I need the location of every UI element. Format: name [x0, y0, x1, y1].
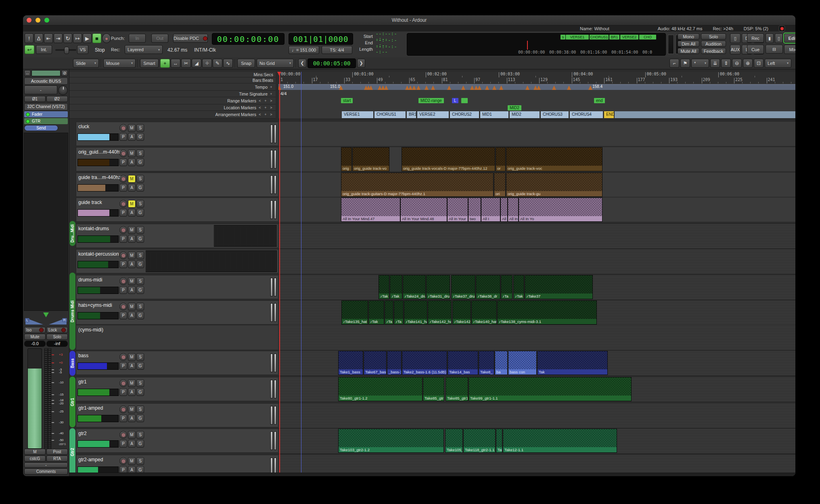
tempo-marker-icon[interactable]	[412, 85, 416, 90]
record-enable-button[interactable]	[119, 303, 127, 310]
monitor-mono-button[interactable]: Mono	[678, 33, 699, 40]
tempo-marker-icon[interactable]	[447, 85, 451, 90]
ruler-ctl-add-icon[interactable]: +	[269, 92, 273, 96]
track-name-label[interactable]: cluck	[78, 124, 89, 129]
group-button[interactable]: G	[136, 388, 144, 396]
track-gain-strip[interactable]	[77, 133, 119, 141]
track-name-label[interactable]: orig_guid…m-440hz	[78, 149, 122, 155]
region[interactable]: ♪Tak	[379, 275, 389, 299]
track-name-label[interactable]: (cyms-midi)	[78, 327, 103, 333]
edit-mode-dropdown[interactable]: Slide▾	[73, 59, 99, 68]
mini-marker[interactable]: CHO	[639, 35, 656, 40]
mute-track-button[interactable]: M	[128, 457, 136, 465]
ruler-label-range-markers[interactable]: Range Markers<+>	[69, 97, 276, 104]
nav-rec-button[interactable]: Rec	[747, 33, 764, 43]
main-clock[interactable]: 00:00:00:00	[212, 33, 284, 45]
region[interactable]: or	[496, 147, 506, 171]
track-header[interactable]: hats+cyms-midiMSPAG	[76, 300, 278, 325]
playlist-button[interactable]: P	[119, 388, 127, 396]
track-lane[interactable]: ♪Take135_hat♪Tak♪Ta♪Ta♪Take141_hat♪Take1…	[278, 300, 795, 325]
region[interactable]: ♪Take38_dr	[476, 275, 500, 299]
cut-tool-button[interactable]: ✂	[181, 59, 191, 68]
track-header[interactable]: gtr1-ampedMSPAG	[76, 403, 278, 427]
processor-led-icon[interactable]	[26, 119, 30, 123]
solo-track-button[interactable]: S	[136, 353, 144, 361]
region[interactable]: Take67_bass-1.1	[364, 351, 387, 375]
mute-track-button[interactable]: M	[128, 277, 136, 285]
region[interactable]: Take118_gtr2-1.1	[463, 429, 496, 453]
record-enable-button[interactable]	[119, 175, 127, 183]
gain-readout[interactable]: -0.0	[24, 341, 46, 347]
region[interactable]: ♪Take142_h	[452, 300, 471, 325]
ruler-ctl-add-icon[interactable]: +	[264, 112, 268, 117]
mute-track-button[interactable]: M	[128, 175, 136, 183]
region[interactable]: Take103_gtr2-1.2	[338, 429, 444, 453]
tempo-marker-icon[interactable]	[461, 85, 465, 90]
region[interactable]: ♪Ta	[394, 300, 404, 325]
solo-track-button[interactable]: S	[136, 200, 144, 208]
record-enable-button[interactable]	[119, 200, 127, 208]
zoom-fit-button[interactable]: ⊡	[754, 59, 764, 68]
disable-pdc-button[interactable]: Disable PDC	[173, 34, 208, 43]
track-gain-strip[interactable]	[77, 209, 119, 217]
region[interactable]: Tak	[537, 351, 608, 375]
region[interactable]: Take99_gtr1-1.1	[469, 377, 632, 401]
expand-tracks-button[interactable]: ⇕	[721, 59, 731, 68]
stop-button[interactable]: ■	[92, 33, 101, 43]
group-button[interactable]: G	[136, 209, 144, 217]
automation-button[interactable]: A	[128, 414, 136, 422]
phase1-button[interactable]: Ø1	[24, 96, 46, 102]
move-tool-button[interactable]: ✚	[202, 59, 212, 68]
playlist-button[interactable]: P	[119, 158, 127, 166]
range-marker-end[interactable]: end	[594, 98, 605, 103]
track-gain-strip[interactable]	[77, 159, 119, 166]
region[interactable]: ♪Tak	[390, 275, 402, 299]
snap-button[interactable]: Snap	[237, 59, 255, 68]
ruler-ctl-prev-icon[interactable]: <	[258, 112, 262, 117]
group-button[interactable]: G	[136, 133, 144, 141]
mute-button[interactable]: Mute	[24, 334, 46, 340]
region[interactable]: Tal	[496, 429, 502, 453]
solo-track-button[interactable]: S	[136, 406, 144, 413]
tempo-marker-icon[interactable]	[485, 85, 489, 90]
ruler-bars-beats[interactable]: 1173349658197113129145161177193209225241…	[278, 77, 795, 84]
record-button[interactable]: ●	[102, 33, 111, 43]
pan-position-icon[interactable]	[43, 312, 49, 317]
solo-track-button[interactable]: S	[136, 150, 144, 157]
tempo-button[interactable]: ♩= 151.000	[289, 46, 319, 54]
phase2-button[interactable]: Ø2	[46, 96, 68, 102]
ruler-ctl-prev-icon[interactable]: <	[258, 106, 262, 110]
region[interactable]: All	[500, 198, 508, 222]
region[interactable]: Take12-1.1	[503, 429, 617, 453]
track-header[interactable]: guide tra…m-440hzMSPAG	[76, 173, 278, 197]
shuttle-slider[interactable]	[55, 49, 76, 51]
group-button[interactable]: G	[136, 235, 144, 243]
tempo-marker-icon[interactable]	[477, 85, 481, 90]
playlist-button[interactable]: P	[119, 209, 127, 217]
track-gain-strip[interactable]	[77, 261, 119, 268]
arrangement-marker-chorus4[interactable]: CHORUS4	[570, 111, 604, 118]
region[interactable]: orig_guide track-vocals-D major-77bpm-44…	[402, 147, 495, 171]
marker-corner-button[interactable]: ⌐	[669, 59, 679, 68]
return-to-start-toggle[interactable]: ↩	[25, 45, 34, 54]
region[interactable]: All In	[508, 198, 519, 222]
track-lane[interactable]	[278, 122, 795, 146]
solo-track-button[interactable]: S	[136, 379, 144, 387]
region[interactable]: orig_guide track-vo	[352, 147, 389, 171]
tempo-marker-icon[interactable]	[369, 85, 373, 90]
automation-button[interactable]: A	[128, 158, 136, 166]
punch-out-button[interactable]: Out	[151, 34, 168, 43]
group-button[interactable]: G	[136, 312, 144, 319]
group-tab-dru-midi[interactable]: Dru...Midi	[69, 221, 75, 246]
track-lane[interactable]	[278, 325, 795, 350]
region[interactable]: All In Your Mind.48	[400, 198, 447, 222]
track-lane[interactable]	[278, 249, 795, 273]
mute-track-button[interactable]: M	[128, 353, 136, 361]
ruler-ctl-add-icon[interactable]: +	[264, 99, 268, 103]
region[interactable]: ori	[494, 173, 506, 197]
fade-tool-button[interactable]: ◢	[192, 59, 201, 68]
solo-track-button[interactable]: S	[136, 431, 144, 439]
group-button[interactable]: G	[136, 440, 144, 448]
region[interactable]: Take2_bass-1.6 (11.5dB)	[402, 351, 447, 375]
track-gain-strip[interactable]	[77, 312, 119, 319]
